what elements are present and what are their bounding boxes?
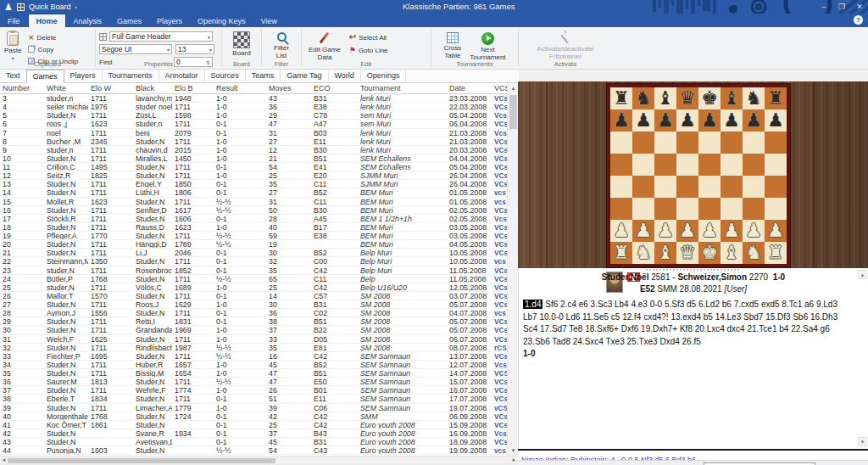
- filter-list-button[interactable]: FilterList: [262, 30, 301, 59]
- next-tournament-button[interactable]: NextTournament: [470, 30, 505, 61]
- board-square[interactable]: [654, 198, 676, 220]
- drag-handle[interactable]: [646, 269, 739, 271]
- notation-scroll-up-icon[interactable]: ▲: [858, 270, 867, 279]
- list-tab-players[interactable]: Players: [64, 70, 103, 83]
- qat-dropdown-icon[interactable]: ▪: [75, 4, 76, 10]
- board-square[interactable]: [698, 176, 721, 198]
- notation-scrollbar[interactable]: ▲ ▼: [858, 270, 867, 446]
- board-square[interactable]: ♞: [632, 242, 654, 264]
- table-row[interactable]: 37Studer,N1711Wehrle,F17741-026B01SEM Sa…: [0, 386, 507, 395]
- board-square[interactable]: [743, 198, 765, 220]
- tab-players[interactable]: Players: [149, 14, 190, 27]
- board-square[interactable]: ♟: [676, 220, 698, 242]
- board-square[interactable]: ♛: [676, 87, 698, 109]
- board-square[interactable]: ♜: [610, 242, 632, 264]
- col-result[interactable]: Result: [214, 83, 266, 93]
- board-square[interactable]: [632, 132, 654, 154]
- board-square[interactable]: [721, 176, 743, 198]
- board-square[interactable]: ♚: [698, 87, 721, 109]
- table-row[interactable]: 20Studer,N1711Hänggi,D1789½-½19BEM Muri0…: [0, 240, 507, 249]
- board-button[interactable]: Board: [222, 30, 261, 58]
- moves-text[interactable]: Sf6 2.c4 e6 3.Sc3 Lb4 4.e3 0-0 5.Sf3 d5 …: [523, 300, 837, 346]
- board-square[interactable]: ♟: [632, 109, 654, 132]
- table-row[interactable]: 44Pusonja,N1603Studer,N½-½54C43Euro yout…: [0, 446, 507, 455]
- board-square[interactable]: [698, 198, 721, 220]
- table-row[interactable]: 35Studer,N1711Bissig,M16541-047B51SEM Sa…: [0, 369, 507, 378]
- fritztrainer-button[interactable]: Activate/deactivateFritztrainer: [519, 30, 612, 60]
- table-row[interactable]: 24Bütler,P1768Studer,N1711½-½65C11Belp11…: [0, 275, 507, 283]
- list-tab-games[interactable]: Games: [26, 70, 64, 83]
- board-square[interactable]: ♟: [654, 220, 676, 242]
- board-square[interactable]: [610, 132, 632, 154]
- tab-opening-keys[interactable]: Opening Keys: [190, 14, 253, 27]
- table-row[interactable]: 22Steinmann,M1350Studer,N17110-132C00Bel…: [0, 257, 507, 266]
- quick-board-icon[interactable]: [17, 3, 25, 11]
- board-square[interactable]: [721, 154, 743, 176]
- col-vcs[interactable]: VCS: [492, 83, 507, 93]
- move-list[interactable]: 1.d4 Sf6 2.c4 e6 3.Sc3 Lb4 4.e3 0-0 5.Sf…: [523, 299, 854, 361]
- board-square[interactable]: [632, 154, 654, 176]
- list-tab-teams[interactable]: Teams: [246, 70, 281, 83]
- board-square[interactable]: ♟: [610, 220, 632, 242]
- table-row[interactable]: 25studer,N1711Völös,C16891-025C42Belp U1…: [0, 283, 507, 292]
- board-square[interactable]: [721, 132, 743, 154]
- board-square[interactable]: [676, 154, 698, 176]
- table-row[interactable]: 38Eberle,T1834Studer,N17110-151E11SEM Sa…: [0, 395, 507, 403]
- board-square[interactable]: [654, 132, 676, 154]
- table-row[interactable]: 18Studer,N1711Rauss,D16231-040B17BEM Mur…: [0, 223, 507, 232]
- table-row[interactable]: 13Studer,N1711Engel,Y18500-135C11SJMM Mu…: [0, 180, 507, 188]
- board-square[interactable]: [765, 154, 787, 176]
- board-square[interactable]: ♟: [654, 109, 676, 132]
- table-row[interactable]: 36Saurer,M1813Studer,N1711½-½47E50SEM Sa…: [0, 378, 507, 386]
- delete-button[interactable]: ✕Delete: [28, 32, 78, 42]
- board-square[interactable]: ♞: [743, 87, 765, 109]
- board-square[interactable]: [765, 198, 787, 220]
- table-row[interactable]: 15Mollet,R1623Studer,N1711½-½31C11BEM Mu…: [0, 198, 507, 206]
- select-all-button[interactable]: ↩Select All: [349, 32, 388, 42]
- notation-scroll-down-icon[interactable]: ▼: [858, 437, 867, 446]
- list-tab-text[interactable]: Text: [0, 70, 27, 83]
- table-row[interactable]: 43Studer,NAvetisyan,D0-145B31Euro youth …: [0, 438, 507, 446]
- board-square[interactable]: ♛: [676, 242, 698, 264]
- board-square[interactable]: ♝: [654, 242, 676, 264]
- board-square[interactable]: [610, 154, 632, 176]
- table-row[interactable]: 32Studer,N1711Rindlisbacher,L1987½-½35E8…: [0, 344, 507, 352]
- table-row[interactable]: 21Studer,N1711Li,J20460-130B52Belp Muri1…: [0, 249, 507, 257]
- board-square[interactable]: ♟: [676, 109, 698, 132]
- col-moves[interactable]: Moves: [266, 83, 311, 93]
- board-square[interactable]: ♟: [743, 220, 765, 242]
- board-square[interactable]: [632, 176, 654, 198]
- board-square[interactable]: ♟: [765, 220, 787, 242]
- board-square[interactable]: ♜: [765, 87, 787, 109]
- table-row[interactable]: 6roos ,j1623studer,n17110-147A47sem Muri…: [0, 120, 507, 128]
- board-square[interactable]: [632, 198, 654, 220]
- board-square[interactable]: ♜: [610, 87, 632, 109]
- col-white[interactable]: White: [44, 83, 88, 93]
- board-square[interactable]: ♟: [698, 109, 721, 132]
- table-row[interactable]: 4seiler michael1976studer noel17111-036E…: [0, 103, 507, 111]
- col-tournament[interactable]: Tournament: [358, 83, 447, 93]
- table-row[interactable]: 5Studer,N1711Züst,L15981-029C78sem Muri0…: [0, 111, 507, 120]
- table-row[interactable]: 19Pfleger,A1770Studer,N1711½-½59E38BEM M…: [0, 232, 507, 240]
- board-square[interactable]: ♟: [698, 220, 721, 242]
- col-date[interactable]: Date: [447, 83, 492, 93]
- table-row[interactable]: 10Studer,N1711Miralles,L14501-021B51SEM …: [0, 154, 507, 163]
- board-square[interactable]: [721, 198, 743, 220]
- help-icon[interactable]: ?: [854, 15, 863, 25]
- chess-board[interactable]: ♜♞♝♛♚♝♞♜♟♟♟♟♟♟♟♟♟♟♟♟♟♟♟♟♜♞♝♛♚♝♞♜: [607, 84, 790, 267]
- table-row[interactable]: 39Studer,N1711Limacher,A17791-039C06SEM …: [0, 404, 507, 412]
- col-eco[interactable]: ECO: [311, 83, 358, 93]
- list-tab-openings[interactable]: Openings: [361, 70, 407, 83]
- board-square[interactable]: ♝: [654, 87, 676, 109]
- table-row[interactable]: 34Studer,N1711Huber,R16571-045B52SEM Sam…: [0, 361, 507, 369]
- table-row[interactable]: 14Studer,N1711Lüthi,H18060-127B52BEM Mur…: [0, 188, 507, 197]
- table-row[interactable]: 7noel1711benj20790-131B03lenk Muri21.03.…: [0, 129, 507, 137]
- board-square[interactable]: [743, 176, 765, 198]
- col-elo-b[interactable]: Elo B: [172, 83, 214, 93]
- table-row[interactable]: 27Studer,N1711Roos,J16291-030B31SM 20080…: [0, 300, 507, 309]
- board-square[interactable]: [610, 176, 632, 198]
- tab-games[interactable]: Games: [109, 14, 149, 27]
- board-square[interactable]: [765, 176, 787, 198]
- minimize-button[interactable]: –: [819, 3, 829, 11]
- list-tab-world[interactable]: World: [329, 70, 361, 83]
